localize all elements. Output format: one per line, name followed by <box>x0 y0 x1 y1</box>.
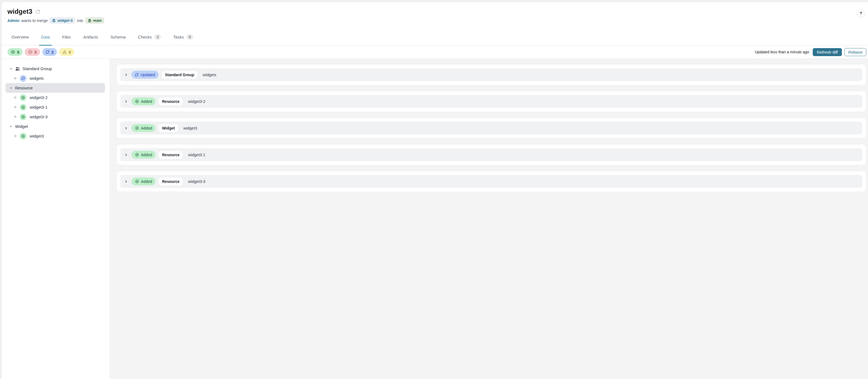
tab-overview[interactable]: Overview <box>9 29 31 45</box>
branch-layers-icon <box>52 19 56 23</box>
tab-data[interactable]: Data <box>39 29 52 45</box>
status-badge: Added <box>131 151 156 159</box>
into-text: into <box>77 19 83 23</box>
tree-item-widget3-2[interactable]: widget3-2 <box>5 93 105 102</box>
item-name: widgets <box>203 72 216 77</box>
diff-row-header[interactable]: Added Widget widget3 <box>120 122 434 135</box>
refresh-status-icon[interactable] <box>35 9 40 14</box>
tab-schema[interactable]: Schema <box>108 29 128 45</box>
item-name: widget3-1 <box>188 153 205 157</box>
diff-list: Updated Standard Group widgets Added Res… <box>110 59 434 190</box>
plus-circle-icon <box>135 126 139 130</box>
target-branch-name: main <box>93 19 102 23</box>
diff-card: Added Resource widget3-1 <box>116 144 434 165</box>
diff-row-header[interactable]: Added Resource widget3-2 <box>120 95 434 108</box>
diff-row-header[interactable]: Added Resource widget3-3 <box>120 175 434 188</box>
tasks-count-badge: 9 <box>187 34 193 39</box>
tab-bar: Overview Data Files Artifacts Schema Che… <box>2 29 434 46</box>
sync-icon <box>45 50 50 54</box>
tab-files[interactable]: Files <box>60 29 73 45</box>
merge-text: wants to merge <box>22 19 48 23</box>
bullet-icon <box>14 135 16 137</box>
type-badge: Standard Group <box>162 71 197 79</box>
chevron-down-icon <box>9 67 13 70</box>
type-badge: Resource <box>159 151 183 159</box>
added-plus-icon <box>20 133 26 140</box>
tree-item-widgets[interactable]: widgets <box>5 74 105 83</box>
diff-card: Added Resource widget3-2 <box>116 91 434 112</box>
target-branch-badge[interactable]: main <box>85 17 104 24</box>
status-badge: Added <box>131 177 156 185</box>
diff-tree-sidebar: Standard Group widgets Resource widget3-… <box>2 59 110 190</box>
chevron-right-icon <box>124 126 128 130</box>
tree-group-widget[interactable]: Widget <box>5 122 105 131</box>
tab-tasks[interactable]: Tasks9 <box>171 29 195 45</box>
tree-group-resource[interactable]: Resource <box>5 83 105 93</box>
item-name: widget3 <box>183 126 197 130</box>
chevron-right-icon <box>124 99 128 104</box>
page-title: widget3 <box>7 8 32 16</box>
bullet-icon <box>14 96 16 98</box>
merge-request-page: widget3 Admin wants to merge widget-3 in… <box>1 2 434 190</box>
item-name: widget3-2 <box>188 99 205 104</box>
added-count-badge: 5 <box>7 48 23 56</box>
bullet-icon <box>14 77 16 79</box>
updated-sync-icon <box>20 75 26 82</box>
diff-card: Updated Standard Group widgets <box>116 64 434 85</box>
plus-circle-icon <box>11 50 15 54</box>
plus-circle-icon <box>135 179 139 183</box>
author-link[interactable]: Admin <box>7 19 20 23</box>
warning-icon <box>62 50 67 54</box>
users-icon <box>15 66 20 71</box>
chevron-right-icon <box>124 73 128 77</box>
type-badge: Resource <box>159 178 183 185</box>
updated-count-badge: 2 <box>42 48 57 56</box>
sync-icon <box>135 73 138 77</box>
tree-item-widget3-1[interactable]: widget3-1 <box>5 102 105 112</box>
checks-count-badge: 2 <box>154 34 161 39</box>
plus-circle-icon <box>135 153 139 157</box>
tab-artifacts[interactable]: Artifacts <box>81 29 100 45</box>
added-plus-icon <box>20 104 26 111</box>
source-branch-name: widget-3 <box>57 19 72 23</box>
bullet-icon <box>14 106 16 108</box>
status-badge: Updated <box>131 71 159 79</box>
diff-row-header[interactable]: Updated Standard Group widgets <box>120 68 434 81</box>
diff-card: Added Resource widget3-3 <box>116 171 434 190</box>
diff-stats-bar: 5 0 2 0 Updated less than a minute ago R… <box>2 46 434 59</box>
warning-count-badge: 0 <box>59 48 74 56</box>
chevron-down-icon <box>9 125 13 128</box>
source-branch-badge[interactable]: widget-3 <box>50 17 75 24</box>
header: widget3 Admin wants to merge widget-3 in… <box>2 2 434 29</box>
minus-circle-icon <box>28 50 32 54</box>
removed-count-badge: 0 <box>25 48 40 56</box>
status-badge: Added <box>131 97 156 105</box>
branch-layers-icon <box>88 19 92 23</box>
chevron-right-icon <box>124 180 128 183</box>
added-plus-icon <box>20 114 26 120</box>
type-badge: Widget <box>159 124 178 132</box>
chevron-right-icon <box>124 153 128 157</box>
bullet-icon <box>14 116 16 118</box>
merge-summary: Admin wants to merge widget-3 into main <box>7 17 434 24</box>
tree-item-widget3[interactable]: widget3 <box>5 131 105 141</box>
diff-card: Added Widget widget3 <box>116 117 434 139</box>
chevron-down-icon <box>9 86 13 90</box>
tree-item-widget3-3[interactable]: widget3-3 <box>5 112 105 122</box>
status-badge: Added <box>131 124 156 132</box>
tab-checks[interactable]: Checks2 <box>136 29 163 45</box>
added-plus-icon <box>20 94 26 101</box>
tree-group-standard-group[interactable]: Standard Group <box>5 64 105 74</box>
type-badge: Resource <box>159 98 183 105</box>
plus-circle-icon <box>135 99 139 104</box>
item-name: widget3-3 <box>188 179 205 184</box>
diff-row-header[interactable]: Added Resource widget3-1 <box>120 148 434 161</box>
